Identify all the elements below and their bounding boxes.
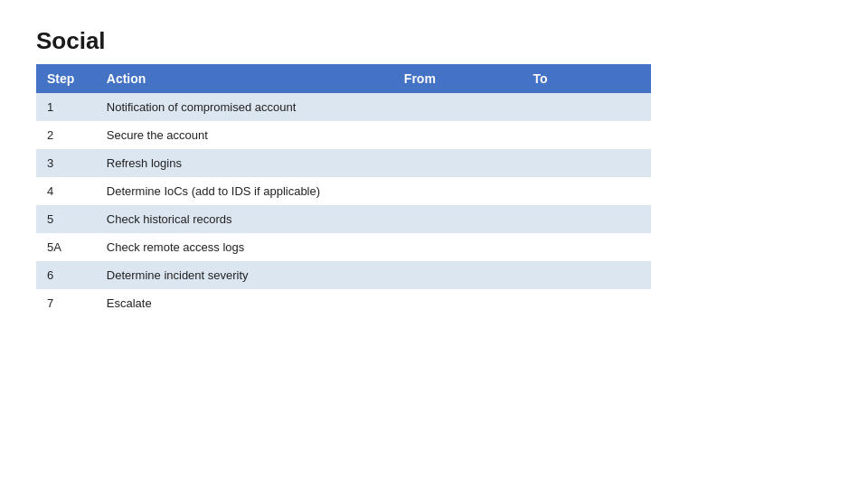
cell-from (393, 177, 523, 205)
cell-action: Determine IoCs (add to IDS if applicable… (96, 177, 393, 205)
table-row: 1Notification of compromised account (36, 93, 651, 121)
cell-action: Determine incident severity (96, 261, 393, 289)
cell-to (522, 205, 651, 233)
cell-to (522, 93, 651, 121)
cell-to (522, 149, 651, 177)
cell-step: 4 (36, 177, 96, 205)
cell-action: Notification of compromised account (96, 93, 393, 121)
cell-to (522, 289, 651, 317)
cell-step: 3 (36, 149, 96, 177)
cell-step: 5 (36, 205, 96, 233)
cell-from (393, 149, 523, 177)
cell-from (393, 261, 523, 289)
table-row: 3Refresh logins (36, 149, 651, 177)
cell-to (522, 121, 651, 149)
cell-from (393, 121, 523, 149)
header-from: From (393, 64, 523, 93)
header-step: Step (36, 64, 96, 93)
cell-action: Check remote access logs (96, 233, 393, 261)
cell-action: Secure the account (96, 121, 393, 149)
header-action: Action (96, 64, 393, 93)
table-header-row: Step Action From To (36, 64, 651, 93)
cell-action: Escalate (96, 289, 393, 317)
table-row: 2Secure the account (36, 121, 651, 149)
cell-to (522, 177, 651, 205)
cell-action: Check historical records (96, 205, 393, 233)
cell-from (393, 289, 523, 317)
cell-step: 1 (36, 93, 96, 121)
cell-step: 6 (36, 261, 96, 289)
main-container: Social Step Action From To 1Notification… (36, 27, 651, 317)
cell-from (393, 233, 523, 261)
header-to: To (522, 64, 651, 93)
cell-to (522, 233, 651, 261)
table-row: 7Escalate (36, 289, 651, 317)
cell-step: 7 (36, 289, 96, 317)
cell-step: 2 (36, 121, 96, 149)
steps-table: Step Action From To 1Notification of com… (36, 64, 651, 317)
table-row: 4Determine IoCs (add to IDS if applicabl… (36, 177, 651, 205)
cell-step: 5A (36, 233, 96, 261)
cell-action: Refresh logins (96, 149, 393, 177)
cell-from (393, 93, 523, 121)
cell-from (393, 205, 523, 233)
table-row: 5ACheck remote access logs (36, 233, 651, 261)
table-row: 6Determine incident severity (36, 261, 651, 289)
page-title: Social (36, 27, 651, 55)
table-row: 5Check historical records (36, 205, 651, 233)
cell-to (522, 261, 651, 289)
